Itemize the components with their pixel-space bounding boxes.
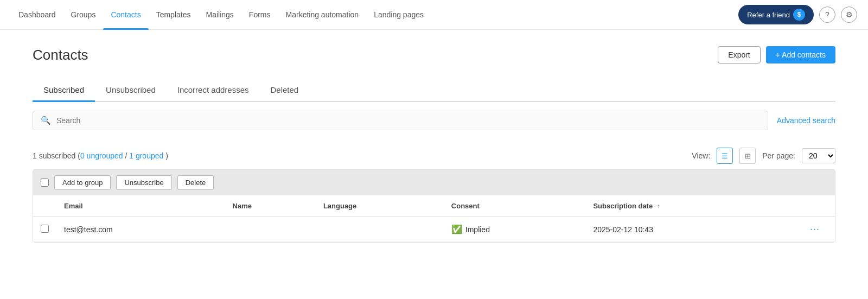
row-actions-menu[interactable]: ··· <box>810 224 820 234</box>
tabs: Subscribed Unsubscribed Incorrect addres… <box>33 79 835 102</box>
nav-item-forms[interactable]: Forms <box>241 0 278 30</box>
row-consent: ✅ Implied <box>444 217 586 242</box>
dollar-icon: $ <box>793 9 805 21</box>
row-language <box>316 217 444 242</box>
nav-item-landing-pages[interactable]: Landing pages <box>366 0 431 30</box>
nav-item-dashboard[interactable]: Dashboard <box>11 0 63 30</box>
search-icon: 🔍 <box>41 116 51 125</box>
consent-check-icon: ✅ <box>451 224 462 234</box>
table-container: Add to group Unsubscribe Delete Email Na… <box>33 169 835 243</box>
table-toolbar: Add to group Unsubscribe Delete <box>33 170 835 195</box>
nav-links: Dashboard Groups Contacts Templates Mail… <box>11 0 738 30</box>
select-all-checkbox[interactable] <box>41 179 49 187</box>
settings-button[interactable]: ⚙ <box>841 7 857 23</box>
table-header-row: Email Name Language Consent Subscription… <box>33 195 835 217</box>
row-email[interactable]: test@test.com <box>56 217 225 242</box>
row-subscription-date: 2025-02-12 10:43 <box>585 217 802 242</box>
th-checkbox <box>33 195 56 217</box>
consent-value: Implied <box>465 225 490 234</box>
nav-item-mailings[interactable]: Mailings <box>198 0 241 30</box>
th-consent: Consent <box>444 195 586 217</box>
page-title: Contacts <box>33 47 88 63</box>
row-name <box>225 217 316 242</box>
table-row: test@test.com ✅ Implied 2025-02-12 10:43… <box>33 217 835 242</box>
tab-incorrect-addresses[interactable]: Incorrect addresses <box>167 79 260 101</box>
grid-view-button[interactable]: ⊞ <box>739 148 756 164</box>
navbar: Dashboard Groups Contacts Templates Mail… <box>0 0 868 30</box>
row-checkbox-cell <box>33 217 56 242</box>
summary-text: 1 subscribed (0 ungrouped / 1 grouped ) <box>33 151 168 160</box>
summary-separator: / <box>123 151 130 160</box>
delete-button[interactable]: Delete <box>177 175 214 190</box>
advanced-search-link[interactable]: Advanced search <box>777 116 835 125</box>
help-button[interactable]: ? <box>819 7 835 23</box>
sort-icon: ↑ <box>657 202 660 210</box>
summary-row: 1 subscribed (0 ungrouped / 1 grouped ) … <box>33 148 835 164</box>
th-name: Name <box>225 195 316 217</box>
header-actions: Export + Add contacts <box>718 46 835 63</box>
tab-deleted[interactable]: Deleted <box>260 79 310 101</box>
grouped-link[interactable]: 1 grouped <box>129 151 163 160</box>
perpage-select[interactable]: 20 50 100 <box>802 148 835 163</box>
search-bar: 🔍 <box>33 111 768 130</box>
nav-right: Refer a friend $ ? ⚙ <box>738 5 857 24</box>
nav-item-templates[interactable]: Templates <box>149 0 199 30</box>
summary-suffix: ) <box>163 151 168 160</box>
ungrouped-link[interactable]: 0 ungrouped <box>80 151 123 160</box>
tab-subscribed[interactable]: Subscribed <box>33 79 95 101</box>
list-view-button[interactable]: ☰ <box>717 148 733 164</box>
search-row: 🔍 Advanced search <box>33 102 835 139</box>
th-subscription-date: Subscription date ↑ <box>585 195 802 217</box>
perpage-label: Per page: <box>762 151 795 160</box>
row-checkbox[interactable] <box>41 225 49 233</box>
search-input[interactable] <box>56 116 760 125</box>
tab-unsubscribed[interactable]: Unsubscribed <box>95 79 167 101</box>
contacts-table: Email Name Language Consent Subscription… <box>33 195 835 242</box>
refer-label: Refer a friend <box>747 11 790 19</box>
view-controls: View: ☰ ⊞ Per page: 20 50 100 <box>692 148 835 164</box>
unsubscribe-button[interactable]: Unsubscribe <box>116 175 171 190</box>
row-actions-cell: ··· <box>802 217 835 242</box>
th-language: Language <box>316 195 444 217</box>
export-button[interactable]: Export <box>718 46 760 63</box>
nav-item-contacts[interactable]: Contacts <box>103 0 148 30</box>
add-contacts-button[interactable]: + Add contacts <box>766 46 835 63</box>
main-content: Contacts Export + Add contacts Subscribe… <box>0 30 868 259</box>
summary-prefix: 1 subscribed ( <box>33 151 80 160</box>
page-header: Contacts Export + Add contacts <box>33 46 835 63</box>
nav-item-marketing-automation[interactable]: Marketing automation <box>278 0 367 30</box>
nav-item-groups[interactable]: Groups <box>63 0 104 30</box>
refer-button[interactable]: Refer a friend $ <box>738 5 814 24</box>
view-label: View: <box>692 151 710 160</box>
th-actions <box>802 195 835 217</box>
th-email: Email <box>56 195 225 217</box>
add-to-group-button[interactable]: Add to group <box>54 175 111 190</box>
